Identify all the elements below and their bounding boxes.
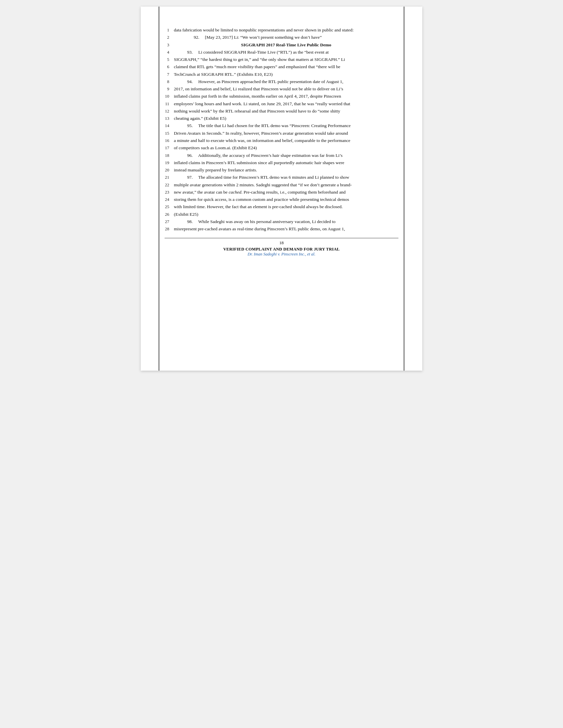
- line-row-9: 9 2017, on information and belief, Li re…: [164, 85, 399, 93]
- line-number-16: 16: [164, 137, 174, 144]
- line-row-19: 19 inflated claims in Pinscreen’s RTL su…: [164, 159, 399, 166]
- line-row-12: 12 nothing would work” by the RTL rehear…: [164, 108, 399, 115]
- line-number-7: 7: [164, 71, 174, 78]
- line-text-26: (Exhibit E25): [174, 211, 399, 218]
- line-number-23: 23: [164, 189, 174, 196]
- line-number-12: 12: [164, 108, 174, 114]
- line-number-9: 9: [164, 85, 174, 92]
- line-text-10: inflated claims put forth in the submiss…: [174, 93, 399, 100]
- line-number-17: 17: [164, 144, 174, 151]
- line-row-1: 1 data fabrication would be limited to n…: [164, 26, 399, 34]
- footer-title: VERIFIED COMPLAINT AND DEMAND FOR JURY T…: [164, 247, 399, 252]
- line-text-2: 92. [May 23, 2017] Li: “We won’t present…: [174, 34, 399, 41]
- line-row-3: 3 SIGGRAPH 2017 Real-Time Live Public De…: [164, 41, 399, 49]
- right-border-line: [404, 7, 404, 371]
- line-row-7: 7 TechCrunch at SIGGRAPH RTL.” (Exhibits…: [164, 71, 399, 78]
- line-text-7: TechCrunch at SIGGRAPH RTL.” (Exhibits E…: [174, 71, 399, 78]
- line-row-23: 23 new avatar,” the avatar can be cached…: [164, 189, 399, 196]
- line-row-8: 8 94. However, as Pinscreen approached t…: [164, 78, 399, 85]
- line-text-9: 2017, on information and belief, Li real…: [174, 85, 399, 93]
- line-text-13: cheating again.” (Exhibit E5): [174, 115, 399, 122]
- line-text-4: 93. Li considered SIGGRAPH Real-Time Liv…: [174, 49, 399, 56]
- line-text-21: 97. The allocated time for Pinscreen’s R…: [174, 174, 399, 181]
- line-text-11: employees’ long hours and hard work. Li …: [174, 100, 399, 108]
- document-body: 1 data fabrication would be limited to n…: [164, 26, 399, 233]
- line-row-13: 13 cheating again.” (Exhibit E5): [164, 115, 399, 122]
- line-text-24: storing them for quick access, is a comm…: [174, 196, 399, 203]
- line-number-21: 21: [164, 174, 174, 181]
- line-row-24: 24 storing them for quick access, is a c…: [164, 196, 399, 203]
- line-number-5: 5: [164, 56, 174, 63]
- line-text-17: of competitors such as Loom.ai. (Exhibit…: [174, 144, 399, 152]
- line-text-15: Driven Avatars in Seconds.” In reality, …: [174, 130, 399, 137]
- line-number-19: 19: [164, 159, 174, 166]
- page-number: 18: [164, 240, 399, 246]
- line-row-25: 25 with limited time. However, the fact …: [164, 203, 399, 210]
- line-number-1: 1: [164, 26, 174, 33]
- line-number-14: 14: [164, 122, 174, 129]
- line-text-16: a minute and half to execute which was, …: [174, 137, 399, 144]
- line-row-11: 11 employees’ long hours and hard work. …: [164, 100, 399, 108]
- line-number-13: 13: [164, 115, 174, 122]
- line-row-17: 17 of competitors such as Loom.ai. (Exhi…: [164, 144, 399, 152]
- line-text-5: SIGGRAPH,” “the hardest thing to get in,…: [174, 56, 399, 63]
- line-number-8: 8: [164, 78, 174, 85]
- line-text-6: claimed that RTL gets “much more visibil…: [174, 63, 399, 70]
- footer: 18 VERIFIED COMPLAINT AND DEMAND FOR JUR…: [164, 238, 399, 257]
- line-number-26: 26: [164, 211, 174, 218]
- line-row-15: 15 Driven Avatars in Seconds.” In realit…: [164, 130, 399, 137]
- line-row-14: 14 95. The title that Li had chosen for …: [164, 122, 399, 129]
- line-text-18: 96. Additionally, the accuracy of Pinscr…: [174, 152, 399, 159]
- line-row-16: 16 a minute and half to execute which wa…: [164, 137, 399, 144]
- line-text-12: nothing would work” by the RTL rehearsal…: [174, 108, 399, 115]
- line-number-18: 18: [164, 152, 174, 159]
- line-number-3: 3: [164, 41, 174, 48]
- line-text-22: multiple avatar generations within 2 min…: [174, 181, 399, 189]
- line-row-22: 22 multiple avatar generations within 2 …: [164, 181, 399, 189]
- line-number-11: 11: [164, 100, 174, 107]
- line-number-24: 24: [164, 196, 174, 203]
- line-row-6: 6 claimed that RTL gets “much more visib…: [164, 63, 399, 70]
- line-row-4: 4 93. Li considered SIGGRAPH Real-Time L…: [164, 49, 399, 56]
- line-number-25: 25: [164, 203, 174, 210]
- line-text-28: misrepresent pre-cached avatars as real-…: [174, 225, 399, 233]
- line-number-6: 6: [164, 63, 174, 70]
- line-text-19: inflated claims in Pinscreen’s RTL submi…: [174, 159, 399, 166]
- footer-subtitle: Dr. Iman Sadeghi v. Pinscreen Inc., et a…: [164, 252, 399, 257]
- document-page: 1 data fabrication would be limited to n…: [141, 7, 422, 371]
- line-row-26: 26 (Exhibit E25): [164, 211, 399, 218]
- line-row-18: 18 96. Additionally, the accuracy of Pin…: [164, 152, 399, 159]
- line-text-20: instead manually prepared by freelance a…: [174, 166, 399, 174]
- line-text-8: 94. However, as Pinscreen approached the…: [174, 78, 399, 85]
- line-row-10: 10 inflated claims put forth in the subm…: [164, 93, 399, 100]
- line-row-28: 28 misrepresent pre-cached avatars as re…: [164, 225, 399, 233]
- line-number-10: 10: [164, 93, 174, 100]
- line-number-4: 4: [164, 49, 174, 56]
- line-text-1: data fabrication would be limited to non…: [174, 26, 399, 34]
- line-number-22: 22: [164, 181, 174, 188]
- line-text-14: 95. The title that Li had chosen for the…: [174, 122, 399, 129]
- line-number-15: 15: [164, 130, 174, 137]
- line-number-28: 28: [164, 225, 174, 232]
- line-text-23: new avatar,” the avatar can be cached. P…: [174, 189, 399, 196]
- line-text-25: with limited time. However, the fact tha…: [174, 203, 399, 210]
- line-number-27: 27: [164, 218, 174, 225]
- left-border-line: [159, 7, 159, 371]
- line-number-20: 20: [164, 166, 174, 173]
- line-row-27: 27 98. While Sadeghi was away on his per…: [164, 218, 399, 225]
- line-row-20: 20 instead manually prepared by freelanc…: [164, 166, 399, 174]
- line-text-27: 98. While Sadeghi was away on his person…: [174, 218, 399, 225]
- line-row-5: 5 SIGGRAPH,” “the hardest thing to get i…: [164, 56, 399, 63]
- line-number-2: 2: [164, 34, 174, 41]
- line-row-2: 2 92. [May 23, 2017] Li: “We won’t prese…: [164, 34, 399, 41]
- line-row-21: 21 97. The allocated time for Pinscreen’…: [164, 174, 399, 181]
- section-heading-siggraph: SIGGRAPH 2017 Real-Time Live Public Demo: [174, 41, 399, 49]
